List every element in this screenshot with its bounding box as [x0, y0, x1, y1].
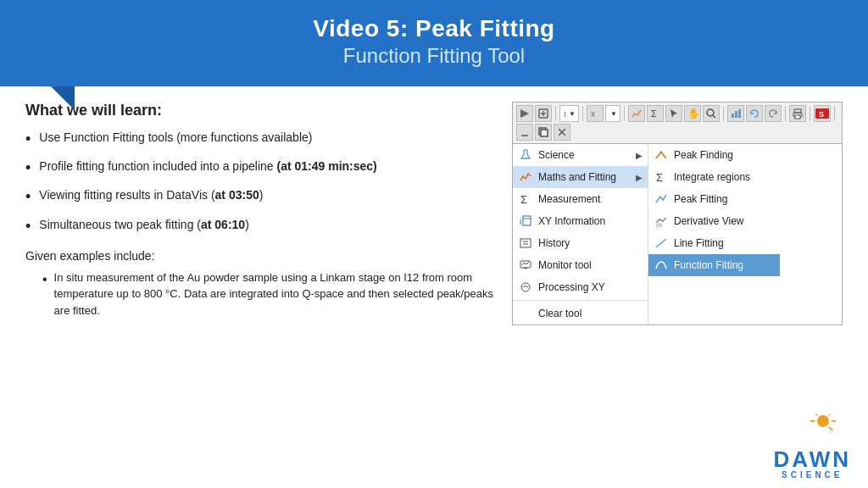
menu-science-arrow: ▶ — [636, 151, 643, 160]
left-column: What we will learn: Use Function Fitting… — [25, 102, 495, 325]
submenu-line-fitting-label: Line Fitting — [674, 237, 724, 249]
svg-rect-18 — [541, 130, 548, 136]
toolbar-icon-app[interactable]: S — [814, 105, 831, 122]
toolbar-sep-5 — [785, 106, 786, 121]
dropdown-label-1: ↕ — [563, 109, 567, 119]
svg-line-35 — [656, 239, 666, 247]
submenu-derivative-label: Derivative View — [674, 215, 743, 227]
menu-item-history[interactable]: History — [513, 232, 648, 254]
svg-line-37 — [829, 414, 832, 415]
submenu-integrate-label: Integrate regions — [674, 171, 750, 183]
logo-science-text: SCIENCE — [782, 470, 843, 480]
menu-item-maths[interactable]: Maths and Fitting ▶ — [513, 166, 648, 188]
svg-text:S: S — [819, 110, 824, 119]
peak-find-icon — [654, 147, 669, 163]
svg-point-6 — [707, 109, 714, 116]
toolbar-icon-close[interactable] — [554, 124, 570, 141]
dropdown-menu: Science ▶ Maths and Fitting ▶ Σ Measurem… — [512, 143, 843, 325]
menu-item-clear[interactable]: Clear tool — [513, 302, 648, 324]
svg-line-7 — [713, 115, 715, 118]
svg-text:Σ: Σ — [520, 193, 527, 206]
submenu-integrate[interactable]: Σ Integrate regions — [648, 166, 780, 188]
bullet-4-text: Simultaneous two peak fitting (at 06:10) — [39, 217, 248, 234]
toolbar-icon-2[interactable] — [535, 105, 552, 122]
flask-icon — [518, 147, 533, 163]
svg-rect-11 — [794, 109, 801, 113]
monitor-icon — [518, 258, 533, 273]
svg-rect-10 — [738, 109, 741, 118]
sigma-icon: Σ — [518, 191, 533, 207]
svg-text:Σ: Σ — [656, 171, 663, 184]
content-area: What we will learn: Use Function Fitting… — [0, 86, 868, 325]
toolbar-icon-undo[interactable] — [746, 105, 763, 122]
toolbar-icon-cursor[interactable] — [665, 105, 682, 122]
submenu-derivative[interactable]: dx Derivative View — [648, 210, 780, 232]
menu-item-processing[interactable]: Processing XY — [513, 276, 648, 298]
submenu-line-fitting[interactable]: Line Fitting — [648, 232, 780, 254]
what-learn-title: What we will learn: — [25, 102, 495, 119]
menu-measurement-label: Measurement — [538, 193, 643, 205]
clear-icon — [518, 306, 533, 321]
toolbar-dropdown-1[interactable]: ↕ ▼ — [559, 105, 579, 122]
toolbar-icon-sigma[interactable]: Σ — [647, 105, 664, 122]
logo-sun-icon — [789, 414, 836, 448]
svg-text:dx: dx — [656, 222, 663, 228]
svg-rect-26 — [520, 239, 531, 247]
function-fit-icon — [654, 258, 669, 273]
toolbar-icon-x[interactable]: x — [587, 105, 604, 122]
menu-history-label: History — [538, 237, 643, 249]
toolbar-sep-2 — [582, 106, 583, 121]
header-fold-decoration — [51, 86, 75, 110]
processing-icon — [518, 280, 533, 295]
toolbar-area: ↕ ▼ x ▼ Σ ✋ — [512, 102, 843, 143]
header-banner: Video 5: Peak Fitting Function Fitting T… — [0, 0, 868, 86]
svg-rect-8 — [732, 114, 734, 118]
submenu-peak-fitting-label: Peak Fitting — [674, 193, 727, 205]
menu-item-measurement[interactable]: Σ Measurement — [513, 188, 648, 210]
svg-text:✋: ✋ — [687, 108, 698, 119]
toolbar-icon-pan[interactable]: ✋ — [684, 105, 701, 122]
submenu-function-fitting[interactable]: Function Fitting — [648, 254, 780, 276]
submenu-peak-fitting[interactable]: Peak Fitting — [648, 188, 780, 210]
bullet-3: Viewing fitting results in DataVis (at 0… — [25, 187, 495, 208]
menu-item-science[interactable]: Science ▶ — [513, 144, 648, 166]
toolbar-icon-1[interactable] — [516, 105, 533, 122]
toolbar-icon-min[interactable] — [516, 124, 533, 141]
menu-item-xy[interactable]: i XY Information — [513, 210, 648, 232]
toolbar-sep-7 — [834, 106, 835, 121]
toolbar-icon-redo[interactable] — [765, 105, 782, 122]
menu-xy-label: XY Information — [538, 215, 643, 227]
toolbar-icon-restore[interactable] — [535, 124, 552, 141]
xy-icon: i — [518, 214, 533, 229]
bullet-1: Use Function Fitting tools (more functio… — [25, 130, 495, 150]
menu-clear-label: Clear tool — [538, 308, 643, 319]
svg-text:i: i — [520, 217, 521, 226]
bullet-4: Simultaneous two peak fitting (at 06:10) — [25, 217, 495, 237]
submenu-peak-finding-label: Peak Finding — [674, 149, 733, 161]
menu-item-monitor[interactable]: Monitor tool — [513, 254, 648, 276]
given-sub-text: In situ measurement of the Au powder sam… — [25, 269, 495, 319]
right-column: ↕ ▼ x ▼ Σ ✋ — [512, 102, 843, 325]
bullet-4-time: at 06:10 — [201, 218, 245, 231]
given-sub-content: In situ measurement of the Au powder sam… — [54, 269, 495, 319]
svg-rect-9 — [735, 111, 737, 118]
toolbar-icon-zoom[interactable] — [703, 105, 720, 122]
menu-right-panel: Peak Finding Σ Integrate regions Peak Fi… — [648, 144, 780, 324]
toolbar-icon-chart[interactable] — [727, 105, 744, 122]
toolbar-icon-print[interactable] — [789, 105, 806, 122]
svg-text:Σ: Σ — [651, 108, 657, 119]
svg-point-32 — [521, 283, 530, 291]
toolbar-dropdown-2[interactable]: ▼ — [605, 105, 620, 122]
submenu-peak-finding[interactable]: Peak Finding — [648, 144, 780, 166]
menu-monitor-label: Monitor tool — [538, 259, 643, 271]
menu-separator — [513, 300, 648, 301]
toolbar-icon-graph[interactable] — [628, 105, 645, 122]
toolbar-sep-3 — [624, 106, 625, 121]
derivative-icon: dx — [654, 214, 669, 229]
menu-processing-label: Processing XY — [538, 281, 643, 293]
peak-fit-icon — [654, 191, 669, 207]
bullet-3-text: Viewing fitting results in DataVis (at 0… — [39, 187, 263, 204]
logo-dawn-text: DAWN — [774, 448, 851, 470]
svg-text:x: x — [591, 109, 595, 119]
given-examples-title: Given examples include: — [25, 249, 495, 263]
